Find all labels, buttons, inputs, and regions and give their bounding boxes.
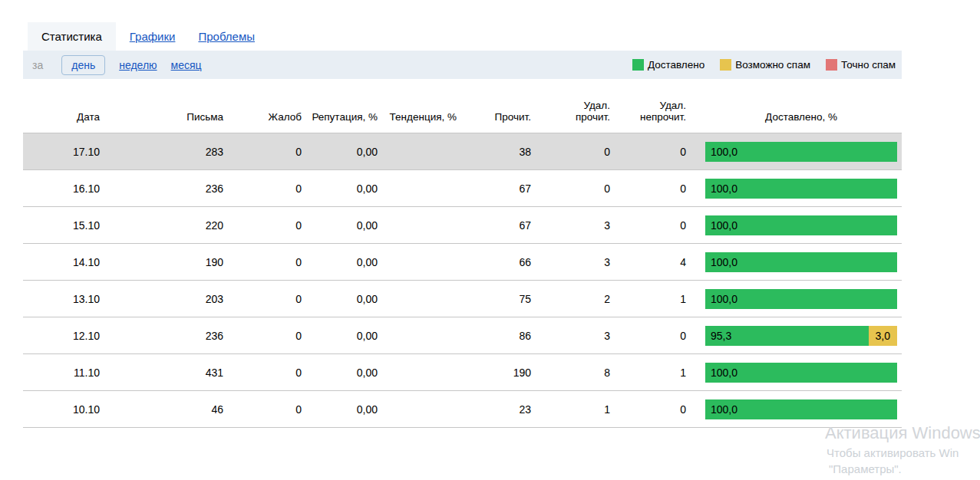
cell-complaints: 0: [223, 207, 302, 244]
period-option-day[interactable]: день: [61, 55, 105, 75]
table-row[interactable]: 15.1022000,006730100,0: [23, 207, 902, 244]
bar-segment-delivered: 100,0: [705, 363, 897, 383]
cell-date: 14.10: [23, 244, 100, 281]
legend-item-possible_spam: Возможно спам: [720, 59, 810, 71]
windows-activation-hint: Чтобы активировать Win: [827, 446, 959, 459]
bar-segment-delivered: 95,3: [705, 326, 869, 346]
legend-swatch-possible_spam: [720, 59, 731, 71]
table-row[interactable]: 14.1019000,006634100,0: [23, 244, 902, 281]
cell-date: 16.10: [23, 170, 100, 207]
table-body: 17.1028300,003800100,016.1023600,0067001…: [23, 133, 902, 428]
cell-read: 75: [457, 281, 531, 317]
cell-complaints: 0: [223, 317, 302, 354]
cell-delivered: 100,0: [686, 244, 902, 281]
delivered-bar: 100,0: [705, 289, 897, 309]
cell-read: 66: [457, 244, 531, 281]
cell-trend: [378, 133, 457, 170]
statistics-table: Дата Письма Жалоб Репутация, % Тенденция…: [23, 79, 902, 428]
cell-reputation: 0,00: [302, 354, 378, 391]
legend-label-certain_spam: Точно спам: [841, 59, 896, 71]
cell-deleted_unread: 1: [610, 354, 686, 391]
cell-date: 13.10: [23, 281, 100, 317]
tab-charts[interactable]: Графики: [128, 22, 177, 51]
col-header-trend: Тенденция, %: [378, 79, 457, 133]
period-option-month[interactable]: месяц: [171, 59, 202, 71]
cell-read: 67: [457, 170, 531, 207]
cell-trend: [378, 244, 457, 281]
col-header-read: Прочит.: [457, 79, 531, 133]
table-header-row: Дата Письма Жалоб Репутация, % Тенденция…: [23, 79, 902, 133]
table-row[interactable]: 11.1043100,0019081100,0: [23, 354, 902, 391]
cell-delivered: 100,0: [686, 170, 902, 207]
col-header-letters: Письма: [100, 79, 223, 133]
cell-delivered: 100,0: [686, 354, 902, 391]
table-row[interactable]: 17.1028300,003800100,0: [23, 133, 902, 170]
cell-date: 17.10: [23, 133, 100, 170]
cell-trend: [378, 317, 457, 354]
cell-trend: [378, 391, 457, 428]
table-row[interactable]: 12.1023600,00863095,33,0: [23, 317, 902, 354]
cell-letters: 46: [100, 391, 223, 428]
cell-letters: 190: [100, 244, 223, 281]
cell-trend: [378, 354, 457, 391]
cell-reputation: 0,00: [302, 244, 378, 281]
cell-deleted_read: 8: [531, 354, 610, 391]
cell-read: 38: [457, 133, 531, 170]
tab-bar: Статистика Графики Проблемы: [28, 22, 980, 51]
cell-letters: 236: [100, 317, 223, 354]
cell-complaints: 0: [223, 244, 302, 281]
tab-statistics[interactable]: Статистика: [28, 22, 116, 51]
col-header-deleted-unread: Удал. непрочит.: [610, 79, 686, 133]
cell-deleted_read: 0: [531, 133, 610, 170]
cell-deleted_unread: 0: [610, 207, 686, 244]
tab-problems[interactable]: Проблемы: [196, 22, 256, 51]
col-header-reputation: Репутация, %: [302, 79, 378, 133]
cell-letters: 203: [100, 281, 223, 317]
cell-trend: [378, 207, 457, 244]
cell-complaints: 0: [223, 170, 302, 207]
cell-deleted_unread: 0: [610, 317, 686, 354]
bar-segment-possible_spam: 3,0: [869, 326, 898, 346]
delivered-bar: 100,0: [705, 399, 897, 419]
delivered-bar: 95,33,0: [705, 326, 897, 346]
cell-trend: [378, 281, 457, 317]
cell-delivered: 100,0: [686, 207, 902, 244]
table-row[interactable]: 10.104600,002310100,0: [23, 391, 902, 428]
cell-reputation: 0,00: [302, 391, 378, 428]
legend: ДоставленоВозможно спамТочно спам: [632, 59, 896, 71]
cell-complaints: 0: [223, 354, 302, 391]
legend-item-delivered: Доставлено: [632, 59, 704, 71]
period-option-week[interactable]: неделю: [119, 59, 157, 71]
bar-segment-delivered: 100,0: [705, 215, 897, 235]
table-row[interactable]: 16.1023600,006700100,0: [23, 170, 902, 207]
table-row[interactable]: 13.1020300,007521100,0: [23, 281, 902, 317]
cell-read: 86: [457, 317, 531, 354]
cell-date: 15.10: [23, 207, 100, 244]
cell-deleted_read: 3: [531, 317, 610, 354]
windows-activation-title: Активация Windows: [825, 423, 980, 443]
cell-deleted_read: 0: [531, 170, 610, 207]
legend-label-possible_spam: Возможно спам: [735, 59, 810, 71]
cell-letters: 283: [100, 133, 223, 170]
cell-deleted_read: 3: [531, 244, 610, 281]
windows-activation-settings: "Параметры".: [829, 462, 902, 475]
cell-deleted_read: 2: [531, 281, 610, 317]
cell-read: 23: [457, 391, 531, 428]
legend-swatch-certain_spam: [826, 59, 837, 71]
delivered-bar: 100,0: [705, 252, 897, 272]
delivered-bar: 100,0: [705, 179, 897, 199]
statistics-page: Статистика Графики Проблемы за день неде…: [0, 0, 980, 480]
cell-delivered: 100,0: [686, 391, 902, 428]
cell-reputation: 0,00: [302, 170, 378, 207]
cell-date: 12.10: [23, 317, 100, 354]
cell-date: 10.10: [23, 391, 100, 428]
bar-segment-delivered: 100,0: [705, 142, 897, 162]
cell-deleted_unread: 0: [610, 391, 686, 428]
legend-swatch-delivered: [632, 59, 644, 71]
legend-label-delivered: Доставлено: [648, 59, 704, 71]
cell-complaints: 0: [223, 281, 302, 317]
bar-segment-delivered: 100,0: [705, 399, 897, 419]
delivered-bar: 100,0: [705, 215, 897, 235]
cell-delivered: 100,0: [686, 281, 902, 317]
bar-segment-delivered: 100,0: [705, 179, 897, 199]
